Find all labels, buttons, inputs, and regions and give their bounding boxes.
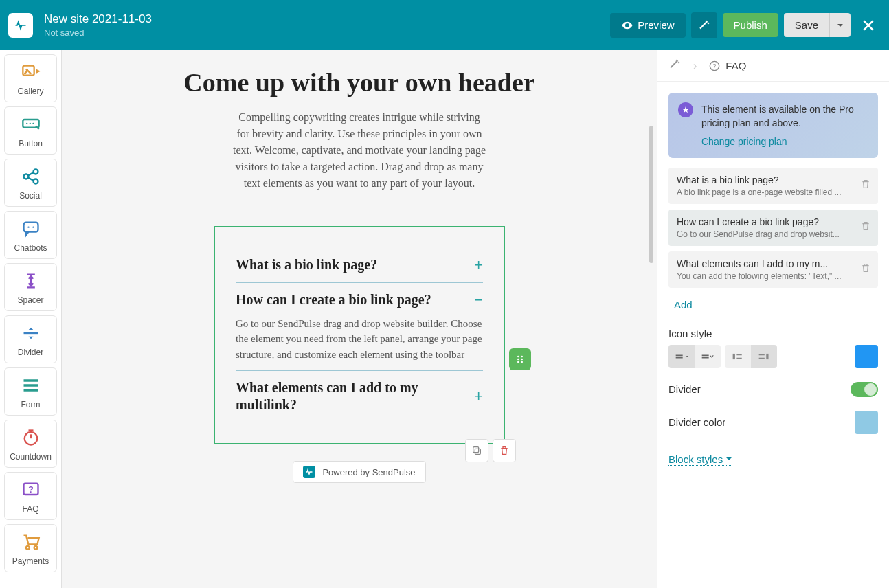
tool-social[interactable]: Social [4,159,57,207]
faq-list-item[interactable]: What elements can I add to my m...You ca… [668,251,878,288]
payments-icon [21,532,41,552]
svg-point-25 [34,546,37,550]
star-icon [678,102,693,117]
topbar: New site 2021-11-03 Not saved Preview Pu… [0,0,889,50]
social-icon [21,166,41,187]
minus-icon[interactable]: − [474,291,483,309]
svg-point-30 [517,361,519,363]
plus-icon[interactable]: + [474,256,483,274]
divider-icon [21,323,41,343]
faq-list-title: How can I create a bio link page? [677,216,851,227]
tool-form[interactable]: Form [4,368,57,416]
icon-color-swatch[interactable] [855,345,878,368]
faq-block[interactable]: What is a bio link page?+How can I creat… [214,226,505,445]
delete-button[interactable] [493,439,516,462]
duplicate-button[interactable] [465,439,488,462]
faq-list-title: What is a bio link page? [677,174,851,185]
svg-text:?: ? [713,63,717,69]
svg-rect-41 [733,354,735,359]
svg-point-27 [521,355,523,357]
tool-chatbots[interactable]: Chatbots [4,211,57,259]
svg-point-6 [32,123,34,124]
add-faq-button[interactable]: Add [668,295,698,315]
page-heading[interactable]: Come up with your own header [105,68,614,98]
svg-point-14 [32,227,34,228]
tab-design[interactable] [668,58,681,74]
tool-payments[interactable]: Payments [4,524,57,572]
gallery-icon [21,62,41,82]
svg-text:?: ? [28,484,34,495]
svg-line-10 [27,172,33,176]
powered-text: Powered by SendPulse [322,467,415,477]
icon-style-group-1: + [668,345,721,368]
svg-point-5 [29,123,30,124]
svg-point-31 [521,361,523,363]
icon-align-right[interactable] [751,345,777,368]
faq-item[interactable]: How can I create a bio link page?−Go to … [236,283,483,372]
tool-countdown[interactable]: Countdown [4,420,57,468]
save-dropdown-button[interactable] [829,13,851,37]
tool-button[interactable]: Button [4,106,57,155]
icon-style-chevron[interactable] [695,345,721,368]
design-button[interactable] [691,12,717,38]
spacer-icon [21,271,41,291]
delete-faq-item[interactable] [860,179,871,192]
preview-button[interactable]: Preview [610,13,685,38]
promo-banner: This element is available on the Pro pri… [668,93,878,158]
svg-marker-2 [36,69,41,74]
plus-icon[interactable]: + [474,387,483,405]
svg-rect-33 [473,447,479,453]
faq-list-title: What elements can I add to my m... [677,258,851,269]
promo-link[interactable]: Change pricing plan [701,135,787,148]
svg-rect-32 [475,449,480,455]
svg-point-24 [26,546,30,550]
faq-item[interactable]: What elements can I add to my multilink?… [236,371,483,422]
site-title: New site 2021-11-03 [44,12,610,26]
faq-question: What is a bio link page? [236,256,377,273]
promo-text: This element is available on the Pro pri… [701,104,854,128]
svg-point-29 [521,358,523,360]
save-button[interactable]: Save [784,13,829,37]
faq-list-subtitle: A bio link page is a one-page website fi… [677,188,851,197]
drag-handle[interactable] [509,348,531,370]
workspace: GalleryButtonSocialChatbotsSpacerDivider… [0,50,889,588]
countdown-icon [21,427,41,448]
delete-faq-item[interactable] [860,262,871,276]
divider-color-swatch[interactable] [855,411,878,434]
faq-item[interactable]: What is a bio link page?+ [236,248,483,283]
tool-gallery[interactable]: Gallery [4,54,57,102]
faq-question: What elements can I add to my multilink? [236,379,466,414]
faq-list-item[interactable]: What is a bio link page?A bio link page … [668,168,878,204]
icon-style-plus[interactable]: + [668,345,695,368]
icon-style-row: + [668,345,878,368]
copy-icon [471,445,482,456]
delete-faq-item[interactable] [860,220,871,234]
tab-faq[interactable]: ? FAQ [709,60,746,71]
tool-faq[interactable]: ?FAQ [4,472,57,520]
divider-color-label: Divider color [668,416,725,428]
panel-tabs: › ? FAQ [657,50,889,82]
close-button[interactable] [856,16,881,35]
faq-question: How can I create a bio link page? [236,291,431,308]
powered-by[interactable]: Powered by SendPulse [293,461,425,483]
scrollbar[interactable] [649,126,653,263]
page-paragraph[interactable]: Compelling copywriting creates intrigue … [232,109,486,192]
icon-align-left[interactable] [725,345,751,368]
icon-style-label: Icon style [668,328,878,339]
tool-spacer[interactable]: Spacer [4,263,57,311]
svg-line-11 [27,177,33,181]
canvas-area[interactable]: Come up with your own header Compelling … [62,50,657,588]
svg-point-26 [517,355,519,357]
form-icon [21,375,41,396]
button-icon [21,114,41,135]
tool-divider[interactable]: Divider [4,315,57,363]
svg-point-4 [26,123,27,124]
chatbots-icon [21,218,41,239]
svg-text:+: + [686,352,688,360]
block-styles-link[interactable]: Block styles [668,453,732,466]
faq-list-item[interactable]: How can I create a bio link page?Go to o… [668,210,878,246]
divider-toggle[interactable] [851,382,878,397]
publish-button[interactable]: Publish [723,13,778,37]
chevron-down-icon [725,455,732,462]
close-icon [862,19,875,32]
